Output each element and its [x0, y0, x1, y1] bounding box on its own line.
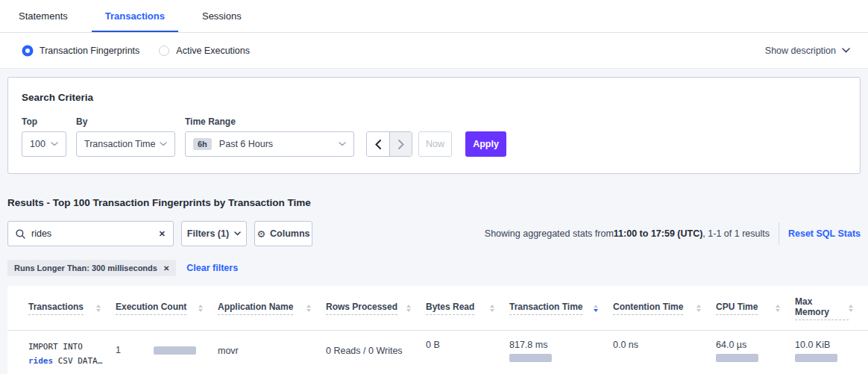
- search-criteria-panel: Search Criteria Top 100 By Transaction T…: [7, 77, 861, 174]
- results-table: Transactions Execution Count Application…: [7, 286, 868, 374]
- radio-active-executions[interactable]: Active Executions: [159, 46, 250, 56]
- radio-selected-icon: [22, 46, 33, 56]
- chevron-down-icon: [339, 142, 346, 146]
- chevron-down-icon: [160, 142, 167, 146]
- column-header-max-memory[interactable]: Max Memory: [795, 286, 868, 330]
- search-icon: [16, 229, 25, 239]
- time-prev-button[interactable]: [367, 132, 389, 156]
- aggregated-stats-text: Showing aggregated stats from 11:00 to 1…: [485, 228, 770, 239]
- sort-icon-descending-active[interactable]: [594, 305, 598, 312]
- sort-icon[interactable]: [306, 305, 311, 312]
- execution-count-bar: [154, 346, 196, 355]
- column-header-transactions[interactable]: Transactions: [28, 286, 116, 330]
- top-select[interactable]: 100: [22, 131, 66, 157]
- sort-icon[interactable]: [776, 305, 780, 312]
- columns-button-label: Columns: [270, 228, 309, 239]
- sort-icon[interactable]: [490, 305, 494, 312]
- clear-filters-link[interactable]: Clear filters: [186, 263, 238, 273]
- transaction-time-bar: [509, 354, 552, 362]
- transaction-link[interactable]: rides: [28, 356, 53, 366]
- cell-max-memory: 10.0 KiB: [795, 340, 868, 368]
- time-range-badge: 6h: [193, 138, 212, 150]
- column-header-bytes-read[interactable]: Bytes Read: [426, 286, 509, 330]
- time-range-value: Past 6 Hours: [219, 139, 273, 149]
- column-header-label: Transaction Time: [509, 302, 582, 315]
- column-header-label: Execution Count: [116, 302, 186, 315]
- columns-button[interactable]: ⚙ Columns: [254, 221, 312, 246]
- cell-execution-count: 1: [116, 340, 218, 368]
- radio-label: Transaction Fingerprints: [40, 46, 139, 56]
- cell-transaction-time: 817.8 ms: [509, 340, 613, 368]
- transaction-time-value: 817.8 ms: [509, 340, 603, 350]
- time-range-label: Time Range: [185, 116, 354, 127]
- divider: [779, 222, 779, 245]
- filter-chip-label: Runs Longer Than: 300 milliseconds: [14, 264, 157, 272]
- table-header-row: Transactions Execution Count Application…: [7, 286, 868, 331]
- tab-transactions[interactable]: Transactions: [92, 1, 178, 32]
- column-header-execution-count[interactable]: Execution Count: [116, 286, 218, 330]
- chevron-right-icon: [398, 140, 404, 149]
- search-input[interactable]: [31, 228, 159, 239]
- max-memory-value: 10.0 KiB: [795, 340, 858, 350]
- stats-suffix: , 1-1 of 1 results: [702, 228, 770, 239]
- now-button[interactable]: Now: [418, 131, 452, 157]
- filters-button-label: Filters (1): [187, 228, 229, 239]
- stats-prefix: Showing aggregated stats from: [485, 228, 614, 239]
- time-next-button[interactable]: [389, 132, 412, 156]
- sql-text: CSV DATA…: [53, 356, 102, 366]
- reset-sql-stats-link[interactable]: Reset SQL Stats: [788, 228, 861, 239]
- cpu-time-value: 64.0 µs: [716, 340, 784, 350]
- cell-transaction-fingerprint[interactable]: IMPORT INTO rides CSV DATA…: [28, 340, 116, 368]
- results-search-box[interactable]: ✕: [7, 221, 174, 246]
- sort-icon[interactable]: [696, 305, 701, 312]
- apply-button[interactable]: Apply: [465, 131, 506, 157]
- application-name-value: movr: [218, 346, 239, 356]
- column-header-rows-processed[interactable]: Rows Processed: [326, 286, 426, 330]
- chevron-down-icon: [234, 231, 241, 236]
- bytes-read-value: 0 B: [426, 340, 440, 350]
- stats-range: 11:00 to 17:59 (UTC): [614, 228, 702, 239]
- column-header-label: Contention Time: [613, 302, 683, 315]
- sort-icon[interactable]: [198, 305, 203, 312]
- search-criteria-title: Search Criteria: [22, 92, 846, 103]
- sort-icon[interactable]: [849, 305, 853, 312]
- time-range-select[interactable]: 6h Past 6 Hours: [185, 131, 354, 157]
- cell-application-name: movr: [218, 340, 326, 368]
- by-label: By: [76, 116, 185, 127]
- contention-time-value: 0.0 ns: [613, 340, 638, 350]
- column-header-label: Bytes Read: [426, 302, 474, 315]
- tab-sessions[interactable]: Sessions: [189, 1, 255, 32]
- filter-chip-runs-longer-than: Runs Longer Than: 300 milliseconds ✕: [7, 260, 176, 276]
- tab-statements[interactable]: Statements: [5, 1, 81, 32]
- show-description-toggle[interactable]: Show description: [765, 46, 850, 56]
- page-tabs: Statements Transactions Sessions: [0, 0, 868, 33]
- column-header-cpu-time[interactable]: CPU Time: [716, 286, 795, 330]
- max-memory-bar: [795, 354, 837, 362]
- column-header-label: Transactions: [28, 302, 84, 315]
- sort-icon[interactable]: [406, 305, 411, 312]
- filters-button[interactable]: Filters (1): [181, 221, 247, 246]
- chevron-down-icon: [51, 142, 58, 146]
- clear-search-icon[interactable]: ✕: [159, 229, 166, 239]
- remove-filter-icon[interactable]: ✕: [163, 264, 169, 272]
- sort-icon[interactable]: [96, 305, 101, 312]
- column-header-application-name[interactable]: Application Name: [218, 286, 326, 330]
- column-header-transaction-time[interactable]: Transaction Time: [509, 286, 613, 330]
- active-filters-row: Runs Longer Than: 300 milliseconds ✕ Cle…: [7, 260, 861, 276]
- show-description-label: Show description: [765, 46, 836, 56]
- chevron-down-icon: [842, 48, 850, 53]
- cell-contention-time: 0.0 ns: [613, 340, 716, 368]
- cpu-time-bar: [716, 354, 758, 362]
- column-header-label: Rows Processed: [326, 302, 397, 315]
- radio-transaction-fingerprints[interactable]: Transaction Fingerprints: [22, 46, 139, 56]
- column-header-contention-time[interactable]: Contention Time: [613, 286, 716, 330]
- by-select[interactable]: Transaction Time: [76, 131, 175, 157]
- by-select-value: Transaction Time: [84, 139, 155, 149]
- execution-count-value: 1: [116, 345, 121, 355]
- time-nav-group: [366, 131, 412, 157]
- cell-cpu-time: 64.0 µs: [716, 340, 795, 368]
- cell-rows-processed: 0 Reads / 0 Writes: [326, 340, 426, 368]
- sql-text: IMPORT INTO: [28, 342, 83, 352]
- radio-label: Active Executions: [176, 46, 250, 56]
- results-toolbar: ✕ Filters (1) ⚙ Columns Showing aggregat…: [7, 221, 861, 246]
